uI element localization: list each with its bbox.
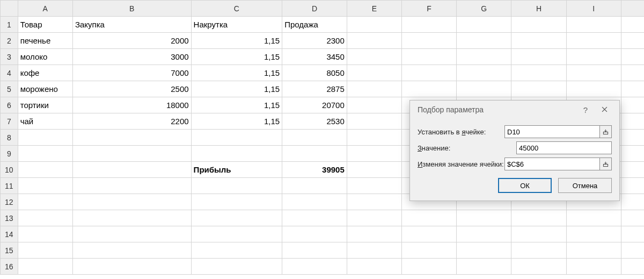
cell-B1[interactable]: Закупка bbox=[72, 17, 191, 33]
cell-I14[interactable] bbox=[566, 226, 621, 242]
cell-J7[interactable] bbox=[621, 113, 644, 130]
cell-H14[interactable] bbox=[511, 226, 566, 242]
cell-E12[interactable] bbox=[347, 194, 401, 210]
cell-B9[interactable] bbox=[72, 146, 191, 162]
cell-A2[interactable]: печенье bbox=[18, 33, 72, 49]
cell-C6[interactable]: 1,15 bbox=[191, 97, 282, 113]
cell-D8[interactable] bbox=[282, 130, 347, 146]
cell-G4[interactable] bbox=[457, 65, 511, 81]
cell-B11[interactable] bbox=[72, 178, 191, 194]
cell-J4[interactable] bbox=[621, 65, 644, 81]
row-header-8[interactable]: 8 bbox=[1, 130, 18, 146]
cell-A13[interactable] bbox=[18, 210, 72, 226]
cell-J1[interactable] bbox=[621, 17, 644, 33]
cell-C10[interactable]: Прибыль bbox=[191, 162, 282, 178]
cell-G3[interactable] bbox=[457, 49, 511, 65]
cell-B10[interactable] bbox=[72, 162, 191, 178]
row-header-5[interactable]: 5 bbox=[1, 81, 18, 97]
cell-J14[interactable] bbox=[621, 226, 644, 242]
dialog-titlebar[interactable]: Подбор параметра ? bbox=[410, 101, 619, 119]
cell-E16[interactable] bbox=[347, 259, 401, 275]
cell-J13[interactable] bbox=[621, 210, 644, 226]
help-icon[interactable]: ? bbox=[577, 105, 594, 115]
col-header-I[interactable]: I bbox=[566, 1, 621, 17]
cell-B13[interactable] bbox=[72, 210, 191, 226]
cell-J16[interactable] bbox=[621, 259, 644, 275]
cell-A7[interactable]: чай bbox=[18, 113, 72, 130]
cell-C1[interactable]: Накрутка bbox=[191, 17, 282, 33]
cell-D12[interactable] bbox=[282, 194, 347, 210]
row-header-14[interactable]: 14 bbox=[1, 226, 18, 242]
cell-I5[interactable] bbox=[566, 81, 621, 97]
cell-C16[interactable] bbox=[191, 259, 282, 275]
cell-F14[interactable] bbox=[401, 226, 456, 242]
row-header-7[interactable]: 7 bbox=[1, 113, 18, 130]
cell-C3[interactable]: 1,15 bbox=[191, 49, 282, 65]
cell-C2[interactable]: 1,15 bbox=[191, 33, 282, 49]
cell-C5[interactable]: 1,15 bbox=[191, 81, 282, 97]
cell-B8[interactable] bbox=[72, 130, 191, 146]
cell-B3[interactable]: 3000 bbox=[72, 49, 191, 65]
cell-C13[interactable] bbox=[191, 210, 282, 226]
cell-C12[interactable] bbox=[191, 194, 282, 210]
cell-I2[interactable] bbox=[566, 33, 621, 49]
changing-cell-input[interactable] bbox=[504, 158, 600, 170]
cell-E8[interactable] bbox=[347, 130, 401, 146]
cell-A6[interactable]: тортики bbox=[18, 97, 72, 113]
cell-D5[interactable]: 2875 bbox=[282, 81, 347, 97]
cell-A12[interactable] bbox=[18, 194, 72, 210]
row-header-6[interactable]: 6 bbox=[1, 97, 18, 113]
cell-H3[interactable] bbox=[511, 49, 566, 65]
cell-B6[interactable]: 18000 bbox=[72, 97, 191, 113]
cell-H5[interactable] bbox=[511, 81, 566, 97]
cell-J3[interactable] bbox=[621, 49, 644, 65]
cell-E3[interactable] bbox=[347, 49, 401, 65]
cell-C8[interactable] bbox=[191, 130, 282, 146]
row-header-15[interactable]: 15 bbox=[1, 242, 18, 259]
cell-B14[interactable] bbox=[72, 226, 191, 242]
row-header-10[interactable]: 10 bbox=[1, 162, 18, 178]
cell-D9[interactable] bbox=[282, 146, 347, 162]
cell-E14[interactable] bbox=[347, 226, 401, 242]
col-header-H[interactable]: H bbox=[511, 1, 566, 17]
cell-E9[interactable] bbox=[347, 146, 401, 162]
row-header-13[interactable]: 13 bbox=[1, 210, 18, 226]
cell-G13[interactable] bbox=[457, 210, 511, 226]
cell-D3[interactable]: 3450 bbox=[282, 49, 347, 65]
cell-I3[interactable] bbox=[566, 49, 621, 65]
col-header-G[interactable]: G bbox=[457, 1, 511, 17]
row-header-12[interactable]: 12 bbox=[1, 194, 18, 210]
row-header-16[interactable]: 16 bbox=[1, 259, 18, 275]
cell-D4[interactable]: 8050 bbox=[282, 65, 347, 81]
cell-H4[interactable] bbox=[511, 65, 566, 81]
cell-E4[interactable] bbox=[347, 65, 401, 81]
cell-D2[interactable]: 2300 bbox=[282, 33, 347, 49]
refedit-collapse-icon[interactable] bbox=[600, 125, 612, 138]
cell-A3[interactable]: молоко bbox=[18, 49, 72, 65]
cell-D10[interactable]: 39905 bbox=[282, 162, 347, 178]
cell-B15[interactable] bbox=[72, 242, 191, 259]
cell-J8[interactable] bbox=[621, 130, 644, 146]
cell-A1[interactable]: Товар bbox=[18, 17, 72, 33]
ok-button[interactable]: ОК bbox=[498, 178, 552, 193]
cell-H16[interactable] bbox=[511, 259, 566, 275]
cell-E10[interactable] bbox=[347, 162, 401, 178]
cell-G5[interactable] bbox=[457, 81, 511, 97]
cell-H15[interactable] bbox=[511, 242, 566, 259]
col-header-B[interactable]: B bbox=[72, 1, 191, 17]
cell-C4[interactable]: 1,15 bbox=[191, 65, 282, 81]
cell-B12[interactable] bbox=[72, 194, 191, 210]
cell-A16[interactable] bbox=[18, 259, 72, 275]
cell-D7[interactable]: 2530 bbox=[282, 113, 347, 130]
cell-J11[interactable] bbox=[621, 178, 644, 194]
cell-A5[interactable]: морожено bbox=[18, 81, 72, 97]
cell-B5[interactable]: 2500 bbox=[72, 81, 191, 97]
cell-A8[interactable] bbox=[18, 130, 72, 146]
cancel-button[interactable]: Отмена bbox=[558, 178, 612, 193]
row-header-4[interactable]: 4 bbox=[1, 65, 18, 81]
cell-E2[interactable] bbox=[347, 33, 401, 49]
col-header-C[interactable]: C bbox=[191, 1, 282, 17]
cell-A9[interactable] bbox=[18, 146, 72, 162]
cell-E15[interactable] bbox=[347, 242, 401, 259]
value-input[interactable] bbox=[516, 141, 612, 154]
